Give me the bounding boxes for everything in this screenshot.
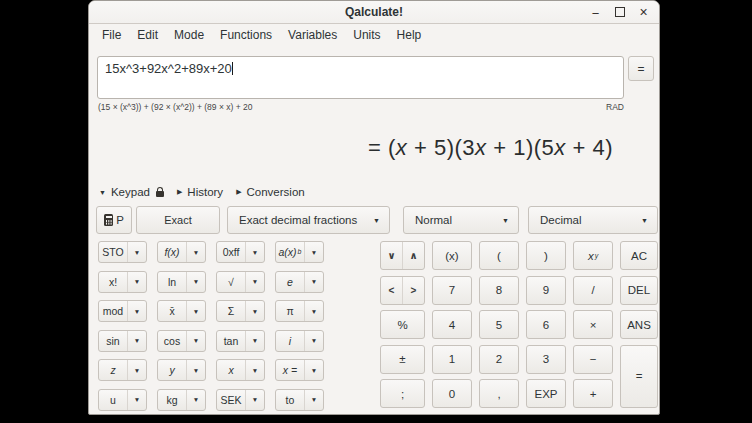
key-mean[interactable]: x̄▼ <box>157 300 206 322</box>
key-answer[interactable]: ANS <box>620 310 658 339</box>
key-decimal-point[interactable]: , <box>479 379 519 408</box>
key-e-constant-menu-arrow[interactable]: ▼ <box>304 272 323 292</box>
key-unit-kg[interactable]: kg▼ <box>157 389 206 411</box>
key-sum[interactable]: Σ▼ <box>216 300 265 322</box>
key-cursor-left-right-1[interactable]: > <box>402 277 424 304</box>
key-variable-y[interactable]: y▼ <box>157 359 206 381</box>
key-currency-sek-menu-arrow[interactable]: ▼ <box>245 390 264 410</box>
key-imaginary-unit[interactable]: i▼ <box>275 330 324 352</box>
key-e-constant[interactable]: e▼ <box>275 271 324 293</box>
key-store[interactable]: STO▼ <box>98 241 147 263</box>
result-text[interactable]: = (x + 5)(3x + 1)(5x + 4) <box>368 135 613 160</box>
key-apply-function[interactable]: a(x)b▼ <box>275 241 324 263</box>
menu-variables[interactable]: Variables <box>280 26 345 44</box>
key-4[interactable]: 4 <box>432 310 472 339</box>
keypad-toggle[interactable]: ▼ Keypad <box>99 186 150 198</box>
history-toggle[interactable]: ▶ History <box>177 186 223 198</box>
key-factorial-menu-arrow[interactable]: ▼ <box>127 272 146 292</box>
key-9[interactable]: 9 <box>526 276 566 305</box>
key-unit-u[interactable]: u▼ <box>98 389 147 411</box>
key-multiply[interactable]: × <box>573 310 613 339</box>
close-button[interactable]: × <box>636 4 651 20</box>
key-6[interactable]: 6 <box>526 310 566 339</box>
key-modulo-menu-arrow[interactable]: ▼ <box>127 301 146 321</box>
menu-edit[interactable]: Edit <box>129 26 166 44</box>
fraction-mode-dropdown[interactable]: Exact decimal fractions ▼ <box>227 206 390 234</box>
number-base-dropdown[interactable]: Decimal ▼ <box>528 206 658 234</box>
key-square-root[interactable]: √▼ <box>216 271 265 293</box>
key-7[interactable]: 7 <box>432 276 472 305</box>
key-3[interactable]: 3 <box>526 345 566 374</box>
calculate-button[interactable]: = <box>628 56 654 81</box>
key-modulo[interactable]: mod▼ <box>98 300 147 322</box>
key-cursor-left-right-0[interactable]: < <box>381 277 402 304</box>
key-0[interactable]: 0 <box>432 379 472 408</box>
key-mean-menu-arrow[interactable]: ▼ <box>186 301 205 321</box>
key-function-menu-arrow[interactable]: ▼ <box>186 242 205 262</box>
maximize-button[interactable] <box>612 4 627 20</box>
key-close-paren[interactable]: ) <box>526 241 566 270</box>
key-variable-x-menu-arrow[interactable]: ▼ <box>245 360 264 380</box>
key-scroll-down-up[interactable]: ∨∧ <box>380 241 425 270</box>
key-imaginary-unit-menu-arrow[interactable]: ▼ <box>304 331 323 351</box>
key-subtract[interactable]: − <box>573 345 613 374</box>
minimize-button[interactable]: − <box>588 3 603 22</box>
key-equals[interactable]: = <box>620 345 658 409</box>
key-number-bases[interactable]: 0xff▼ <box>216 241 265 263</box>
key-tangent[interactable]: tan▼ <box>216 330 265 352</box>
key-scroll-down-up-0[interactable]: ∨ <box>381 242 402 269</box>
key-sum-menu-arrow[interactable]: ▼ <box>245 301 264 321</box>
key-solve-equals-menu-arrow[interactable]: ▼ <box>304 360 323 380</box>
key-solve-equals[interactable]: x =▼ <box>275 359 324 381</box>
key-plus-minus[interactable]: ± <box>380 345 425 374</box>
key-argument-separator[interactable]: ; <box>380 379 425 408</box>
key-number-bases-menu-arrow[interactable]: ▼ <box>245 242 264 262</box>
key-1[interactable]: 1 <box>432 345 472 374</box>
key-divide[interactable]: / <box>573 276 613 305</box>
key-sine-menu-arrow[interactable]: ▼ <box>127 331 146 351</box>
key-delete[interactable]: DEL <box>620 276 658 305</box>
menu-units[interactable]: Units <box>345 26 388 44</box>
menu-mode[interactable]: Mode <box>166 26 212 44</box>
key-power[interactable]: xy <box>573 241 613 270</box>
key-variable-z[interactable]: z▼ <box>98 359 147 381</box>
key-factorial[interactable]: x!▼ <box>98 271 147 293</box>
key-add[interactable]: + <box>573 379 613 408</box>
key-tangent-menu-arrow[interactable]: ▼ <box>245 331 264 351</box>
key-apply-function-menu-arrow[interactable]: ▼ <box>304 242 323 262</box>
key-smart-parentheses[interactable]: (x) <box>432 241 472 270</box>
key-percent[interactable]: % <box>380 310 425 339</box>
programming-keypad-button[interactable]: P <box>96 206 132 234</box>
expression-input[interactable]: 15x^3+92x^2+89x+20 <box>97 56 624 99</box>
key-cursor-left-right[interactable]: <> <box>380 276 425 305</box>
key-5[interactable]: 5 <box>479 310 519 339</box>
menu-help[interactable]: Help <box>389 26 430 44</box>
key-function[interactable]: f(x)▼ <box>157 241 206 263</box>
key-square-root-menu-arrow[interactable]: ▼ <box>245 272 264 292</box>
key-store-menu-arrow[interactable]: ▼ <box>127 242 146 262</box>
menu-functions[interactable]: Functions <box>212 26 280 44</box>
key-variable-z-menu-arrow[interactable]: ▼ <box>127 360 146 380</box>
key-natural-log-menu-arrow[interactable]: ▼ <box>186 272 205 292</box>
conversion-toggle[interactable]: ▶ Conversion <box>236 186 305 198</box>
key-pi-menu-arrow[interactable]: ▼ <box>304 301 323 321</box>
key-2[interactable]: 2 <box>479 345 519 374</box>
exact-mode-button[interactable]: Exact <box>136 206 220 234</box>
key-pi[interactable]: π▼ <box>275 300 324 322</box>
key-cosine-menu-arrow[interactable]: ▼ <box>186 331 205 351</box>
key-8[interactable]: 8 <box>479 276 519 305</box>
key-scroll-down-up-1[interactable]: ∧ <box>402 242 424 269</box>
key-variable-y-menu-arrow[interactable]: ▼ <box>186 360 205 380</box>
key-convert-to-menu-arrow[interactable]: ▼ <box>304 390 323 410</box>
key-unit-kg-menu-arrow[interactable]: ▼ <box>186 390 205 410</box>
key-unit-u-menu-arrow[interactable]: ▼ <box>127 390 146 410</box>
menu-file[interactable]: File <box>94 26 129 44</box>
key-variable-x[interactable]: x▼ <box>216 359 265 381</box>
display-mode-dropdown[interactable]: Normal ▼ <box>403 206 519 234</box>
key-currency-sek[interactable]: SEK▼ <box>216 389 265 411</box>
key-open-paren[interactable]: ( <box>479 241 519 270</box>
key-exponent[interactable]: EXP <box>526 379 566 408</box>
key-all-clear[interactable]: AC <box>620 241 658 270</box>
key-cosine[interactable]: cos▼ <box>157 330 206 352</box>
key-convert-to[interactable]: to▼ <box>275 389 324 411</box>
